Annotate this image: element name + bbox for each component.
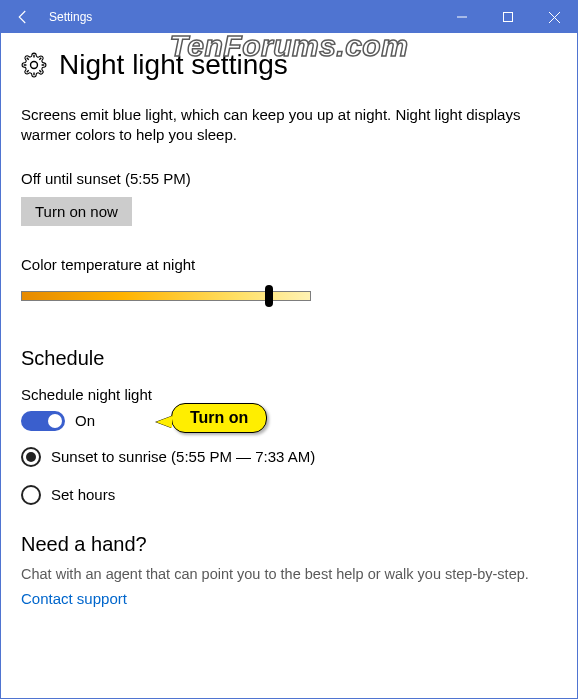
page-title: Night light settings <box>59 49 288 81</box>
callout-tail-icon <box>156 416 172 428</box>
status-text: Off until sunset (5:55 PM) <box>21 170 557 187</box>
help-heading: Need a hand? <box>21 533 557 556</box>
help-text: Chat with an agent that can point you to… <box>21 566 557 582</box>
window-controls <box>439 1 577 33</box>
color-temperature-slider[interactable] <box>21 283 311 309</box>
window-title: Settings <box>45 10 439 24</box>
schedule-toggle-label: Schedule night light <box>21 386 557 403</box>
titlebar: Settings <box>1 1 577 33</box>
schedule-toggle[interactable] <box>21 411 65 431</box>
annotation-callout: Turn on <box>171 403 267 433</box>
content-area: Night light settings Screens emit blue l… <box>1 33 577 608</box>
close-button[interactable] <box>531 1 577 33</box>
page-heading: Night light settings <box>21 49 557 81</box>
svg-point-4 <box>31 62 38 69</box>
radio-label: Set hours <box>51 486 115 503</box>
minimize-button[interactable] <box>439 1 485 33</box>
toggle-state-text: On <box>75 412 95 429</box>
toggle-knob <box>48 414 62 428</box>
slider-thumb[interactable] <box>265 285 273 307</box>
svg-rect-1 <box>504 13 513 22</box>
radio-label: Sunset to sunrise (5:55 PM — 7:33 AM) <box>51 448 315 465</box>
callout-text: Turn on <box>190 409 248 426</box>
radio-icon <box>21 447 41 467</box>
radio-sunset-to-sunrise[interactable]: Sunset to sunrise (5:55 PM — 7:33 AM) <box>21 447 557 467</box>
color-temperature-label: Color temperature at night <box>21 256 557 273</box>
schedule-heading: Schedule <box>21 347 557 370</box>
contact-support-link[interactable]: Contact support <box>21 590 127 607</box>
turn-on-now-button[interactable]: Turn on now <box>21 197 132 226</box>
radio-set-hours[interactable]: Set hours <box>21 485 557 505</box>
maximize-button[interactable] <box>485 1 531 33</box>
callout-bubble: Turn on <box>171 403 267 433</box>
settings-window: Settings TenForums.com <box>0 0 578 699</box>
back-button[interactable] <box>1 1 45 33</box>
schedule-toggle-row: On Turn on <box>21 411 557 431</box>
radio-icon <box>21 485 41 505</box>
page-description: Screens emit blue light, which can keep … <box>21 105 531 146</box>
gear-icon <box>21 52 47 78</box>
